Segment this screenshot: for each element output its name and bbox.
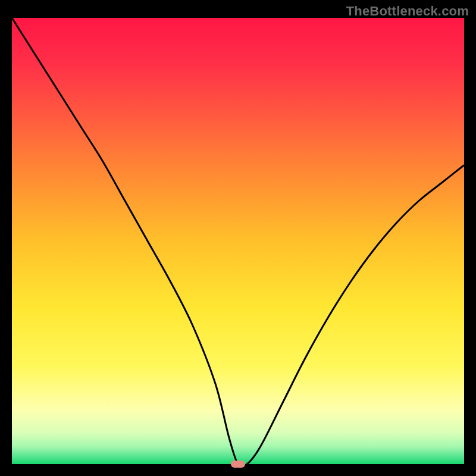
bottleneck-curve	[12, 18, 464, 464]
gradient-rect	[12, 18, 464, 464]
plot-area	[12, 18, 464, 464]
bottleneck-marker	[231, 461, 245, 468]
curve-path	[12, 18, 464, 464]
watermark-text: TheBottleneck.com	[346, 4, 469, 19]
gradient-background	[12, 18, 464, 464]
